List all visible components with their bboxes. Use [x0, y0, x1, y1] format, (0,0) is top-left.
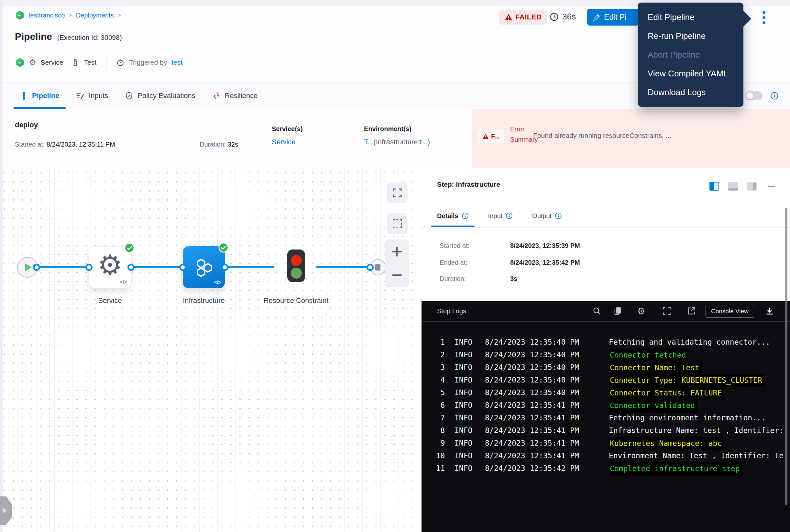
menu-item-rerun-pipeline[interactable]: Re-run Pipeline: [638, 26, 744, 45]
menu-item-download-logs[interactable]: Download Logs: [638, 83, 744, 101]
zoom-in-button[interactable]: [385, 242, 409, 262]
search-icon[interactable]: [592, 306, 602, 316]
node-label-resource-constraint: Resource Constraint: [261, 294, 332, 307]
service-name: Service: [41, 59, 63, 66]
panel-layout-controls: [710, 182, 775, 191]
code-icon: </>: [214, 279, 221, 286]
tab-inputs[interactable]: Inputs: [76, 83, 108, 109]
duration-label: Duration:: [199, 141, 226, 148]
node-label-infrastructure: Infrastructure: [168, 294, 239, 307]
tab-details[interactable]: Details: [437, 205, 469, 227]
menu-item-view-compiled-yaml[interactable]: View Compiled YAML: [638, 64, 744, 83]
detail-duration: Duration:3s: [440, 275, 517, 283]
environments-header: Environment(s): [364, 125, 430, 133]
log-message: Connector fetched: [609, 348, 689, 362]
log-fullscreen-icon[interactable]: [662, 306, 672, 316]
log-row: 5INFO8/24/2023 12:35:40 PMConnector Stat…: [422, 386, 790, 399]
log-settings-gear-icon[interactable]: ⚙: [636, 306, 646, 316]
more-options-kebab-icon[interactable]: [759, 9, 768, 26]
triggered-by-user-link[interactable]: test: [171, 59, 182, 66]
layout-right-icon[interactable]: [747, 182, 757, 191]
node-service[interactable]: ⚙ </>: [89, 246, 131, 288]
marquee-icon: [393, 219, 402, 228]
layout-bottom-icon[interactable]: [728, 182, 738, 191]
port: [179, 264, 186, 271]
service-link[interactable]: Service: [272, 138, 303, 146]
log-row: 9INFO8/24/2023 12:35:41 PMKubernetes Nam…: [422, 437, 790, 450]
environment-value: T...(Infrastructure:t...): [364, 138, 430, 146]
log-message: Kubernetes Namespace: abc: [609, 437, 724, 451]
title-row: Pipeline (Execution Id: 30098): [15, 31, 122, 42]
stage-name[interactable]: deploy: [15, 121, 38, 129]
infrastructure-link[interactable]: t...: [420, 138, 427, 146]
log-rows[interactable]: 1INFO8/24/2023 12:35:40 PMFetching and v…: [422, 322, 790, 532]
layout-left-icon[interactable]: [710, 182, 719, 191]
pipeline-execution-page: ∞ testfrancisco > Deployments > Pipeline…: [0, 0, 790, 532]
copy-icon[interactable]: [613, 306, 623, 316]
breadcrumb-org-link[interactable]: testfrancisco: [28, 12, 65, 19]
log-timestamp: 8/24/2023 12:35:40 PM: [485, 386, 579, 399]
menu-pointer-arrow: [743, 11, 751, 27]
breadcrumb-separator: >: [118, 12, 121, 19]
tab-output[interactable]: Output: [532, 205, 562, 227]
zoom-out-button[interactable]: [385, 265, 409, 285]
tab-label: Details: [437, 212, 458, 220]
download-logs-icon[interactable]: [765, 306, 775, 316]
canvas-zoom-panel: [385, 240, 409, 287]
menu-item-edit-pipeline[interactable]: Edit Pipeline: [638, 8, 744, 26]
log-timestamp: 8/24/2023 12:35:40 PM: [485, 374, 579, 386]
breadcrumb-deployments-link[interactable]: Deployments: [76, 12, 114, 19]
log-level: INFO: [455, 412, 472, 424]
log-message: Connector Status: FAILURE: [609, 386, 724, 400]
node-infrastructure[interactable]: </>: [183, 246, 225, 288]
minimize-icon[interactable]: [768, 186, 775, 187]
stop-icon: [375, 264, 381, 270]
stage-name-label: Test: [84, 59, 97, 66]
edit-pipeline-button[interactable]: Edit Pi: [587, 9, 639, 25]
services-block: Service(s) Service: [272, 125, 303, 146]
open-external-icon[interactable]: [687, 306, 696, 316]
log-row: 4INFO8/24/2023 12:35:40 PMConnector Type…: [422, 374, 790, 386]
service-gear-icon: ⚙: [29, 59, 36, 66]
log-message: Infrastructure Name: test , Identifier:: [609, 424, 784, 437]
info-icon: [506, 212, 513, 220]
tab-policy-evaluations[interactable]: Policy Evaluations: [125, 83, 195, 109]
log-level: INFO: [455, 386, 472, 399]
breadcrumb-separator: >: [69, 12, 72, 19]
tab-pipeline[interactable]: Pipeline: [20, 83, 59, 109]
expand-panel-handle[interactable]: [0, 496, 12, 525]
vertical-scrollbar[interactable]: [785, 208, 787, 505]
log-level: INFO: [455, 437, 472, 450]
canvas-fullscreen-button[interactable]: [387, 183, 408, 203]
pipeline-options-menu: Edit Pipeline Re-run Pipeline Abort Pipe…: [638, 3, 744, 107]
error-summary-message[interactable]: Found already running resourceConstrains…: [533, 132, 786, 139]
tab-input[interactable]: Input: [488, 205, 513, 227]
log-timestamp: 8/24/2023 12:35:40 PM: [485, 361, 579, 374]
tab-label: Inputs: [89, 92, 108, 100]
pipeline-canvas[interactable]: ⚙ </> Service </> Infrastructure Resourc…: [0, 168, 421, 532]
log-level: INFO: [455, 374, 472, 386]
log-line-number: 10: [422, 450, 445, 462]
log-level: INFO: [455, 462, 472, 475]
node-resource-constraint[interactable]: [287, 249, 305, 282]
menu-item-abort-pipeline[interactable]: Abort Pipeline: [638, 45, 744, 64]
environment-close-paren: ): [428, 138, 430, 146]
success-check-icon: [124, 243, 135, 253]
info-icon[interactable]: [770, 92, 779, 100]
status-badge: FAILED: [499, 10, 547, 24]
red-light: [291, 255, 302, 266]
tab-resilience[interactable]: Resilience: [212, 83, 258, 109]
view-toggle[interactable]: [745, 91, 763, 100]
environment-link[interactable]: T...: [364, 138, 373, 146]
log-timestamp: 8/24/2023 12:35:41 PM: [485, 412, 579, 424]
tab-label: Resilience: [225, 92, 258, 100]
step-logs-title: Step Logs: [437, 307, 466, 315]
log-level: INFO: [455, 424, 472, 437]
canvas-marquee-select-button[interactable]: [387, 213, 408, 234]
stage-icon: [71, 58, 80, 66]
port: [221, 264, 228, 271]
console-view-button[interactable]: Console View: [706, 305, 754, 318]
stopwatch-icon: [116, 58, 124, 66]
shield-check-icon: [125, 92, 133, 100]
log-message: Completed infrastructure step: [609, 462, 743, 476]
